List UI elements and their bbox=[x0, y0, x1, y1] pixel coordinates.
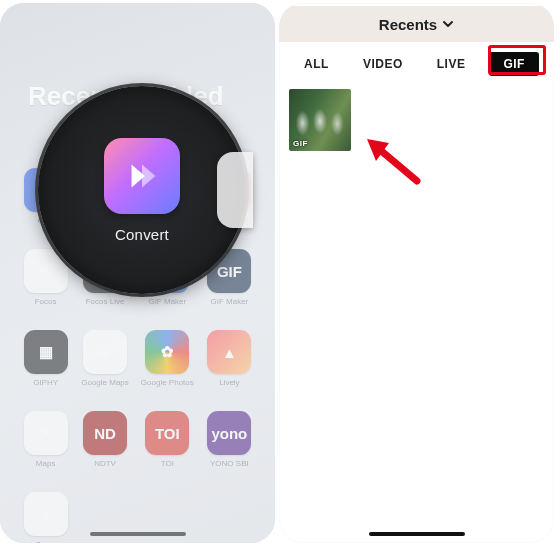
app-icon: ND bbox=[83, 411, 127, 455]
tab-live[interactable]: LIVE bbox=[427, 51, 476, 77]
app-label: Google Photos bbox=[141, 378, 194, 387]
app-giphy[interactable]: ▦GIPHY bbox=[22, 330, 69, 387]
app-icon: TOI bbox=[145, 411, 189, 455]
play-forward-icon bbox=[123, 157, 161, 195]
app-label: GIF Maker bbox=[148, 297, 186, 306]
app-zoom[interactable]: ▮Zoom bbox=[22, 492, 69, 543]
svg-marker-1 bbox=[367, 139, 389, 161]
app-label: GIF Maker bbox=[210, 297, 248, 306]
home-indicator[interactable] bbox=[90, 532, 186, 536]
home-screen-pane: Recently Added CClue•Dictionary•Dictiona… bbox=[0, 3, 275, 543]
app-icon: ◆ bbox=[83, 330, 127, 374]
app-yono-sbi[interactable]: yonoYONO SBI bbox=[206, 411, 253, 468]
album-selector-label: Recents bbox=[379, 16, 437, 33]
app-label: Focos Live bbox=[86, 297, 125, 306]
album-selector[interactable]: Recents bbox=[279, 6, 554, 42]
tab-video[interactable]: VIDEO bbox=[353, 51, 413, 77]
app-icon: ▲ bbox=[207, 330, 251, 374]
app-label: Zoom bbox=[35, 540, 55, 543]
app-maps[interactable]: ➤Maps bbox=[22, 411, 69, 468]
app-icon: ➤ bbox=[24, 411, 68, 455]
app-icon: ▮ bbox=[24, 492, 68, 536]
app-icon: ▦ bbox=[24, 330, 68, 374]
app-label: Google Maps bbox=[81, 378, 129, 387]
app-toi[interactable]: TOITOI bbox=[141, 411, 194, 468]
app-google-maps[interactable]: ◆Google Maps bbox=[81, 330, 129, 387]
app-label: Focos bbox=[35, 297, 57, 306]
app-ndtv[interactable]: NDNDTV bbox=[81, 411, 129, 468]
app-label: Maps bbox=[36, 459, 56, 468]
media-filter-tabs: ALL VIDEO LIVE GIF bbox=[279, 47, 554, 81]
3d-touch-popup: Convert bbox=[38, 86, 246, 294]
app-label: TOI bbox=[161, 459, 174, 468]
gif-thumbnail[interactable]: GIF bbox=[289, 89, 351, 151]
convert-app-label: Convert bbox=[115, 226, 169, 243]
app-label: Lively bbox=[219, 378, 239, 387]
app-google-photos[interactable]: ✿Google Photos bbox=[141, 330, 194, 387]
thumbnail-type-badge: GIF bbox=[293, 139, 308, 148]
adjacent-app-sliver bbox=[217, 152, 253, 228]
app-lively[interactable]: ▲Lively bbox=[206, 330, 253, 387]
tab-gif[interactable]: GIF bbox=[489, 52, 539, 76]
app-label: YONO SBI bbox=[210, 459, 249, 468]
app-icon: ✿ bbox=[145, 330, 189, 374]
chevron-down-icon bbox=[442, 18, 454, 30]
convert-app-icon[interactable] bbox=[104, 138, 180, 214]
home-indicator[interactable] bbox=[369, 532, 465, 536]
svg-line-0 bbox=[379, 149, 417, 181]
tab-all[interactable]: ALL bbox=[294, 51, 339, 77]
annotation-arrow bbox=[367, 139, 427, 189]
app-label: GIPHY bbox=[33, 378, 58, 387]
app-icon: yono bbox=[207, 411, 251, 455]
app-label: NDTV bbox=[94, 459, 116, 468]
media-picker-pane: Recents ALL VIDEO LIVE GIF GIF bbox=[279, 3, 554, 543]
